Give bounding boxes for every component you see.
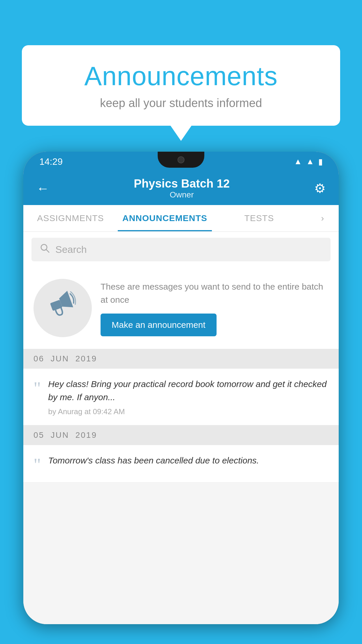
search-container: Search xyxy=(23,232,339,267)
search-icon xyxy=(40,243,50,256)
speech-bubble: Announcements keep all your students inf… xyxy=(22,45,340,126)
tab-more[interactable]: › xyxy=(306,205,339,231)
promo-text: These are messages you want to send to t… xyxy=(101,280,328,306)
promo-icon-circle xyxy=(34,279,92,337)
content-area: Search xyxy=(23,232,339,624)
announcement-promo: These are messages you want to send to t… xyxy=(23,267,339,349)
tab-tests[interactable]: TESTS xyxy=(212,205,306,231)
speech-bubble-container: Announcements keep all your students inf… xyxy=(22,45,340,126)
announcement-item-1[interactable]: " Hey class! Bring your practical record… xyxy=(23,369,339,425)
settings-button[interactable]: ⚙ xyxy=(311,178,328,199)
notch xyxy=(158,152,204,168)
tabs-container: ASSIGNMENTS ANNOUNCEMENTS TESTS › xyxy=(23,205,339,232)
search-bar[interactable]: Search xyxy=(31,238,331,261)
app-bar-title: Physics Batch 12 xyxy=(52,177,311,190)
bubble-title: Announcements xyxy=(39,61,323,91)
app-bar: ← Physics Batch 12 Owner ⚙ xyxy=(23,172,339,205)
announcement-content-1: Hey class! Bring your practical record b… xyxy=(48,377,328,416)
status-icons: ▲ ▲ ▮ xyxy=(294,157,323,167)
date-text-2: 05 JUN 2019 xyxy=(34,430,97,440)
phone-container: 14:29 ▲ ▲ ▮ ← Physics Batch 12 Owner ⚙ A… xyxy=(23,152,339,644)
quote-icon-1: " xyxy=(34,379,41,397)
wifi-icon: ▲ xyxy=(294,157,302,166)
announcement-text-1: Hey class! Bring your practical record b… xyxy=(48,377,328,404)
tab-announcements[interactable]: ANNOUNCEMENTS xyxy=(118,205,212,231)
search-placeholder: Search xyxy=(55,244,87,255)
announcement-text-2: Tomorrow's class has been cancelled due … xyxy=(48,454,328,467)
app-bar-title-container: Physics Batch 12 Owner xyxy=(52,177,311,200)
phone-frame: 14:29 ▲ ▲ ▮ ← Physics Batch 12 Owner ⚙ A… xyxy=(23,152,339,624)
phone-screen: 14:29 ▲ ▲ ▮ ← Physics Batch 12 Owner ⚙ A… xyxy=(23,152,339,624)
make-announcement-button[interactable]: Make an announcement xyxy=(101,314,217,336)
announcement-item-2[interactable]: " Tomorrow's class has been cancelled du… xyxy=(23,445,339,482)
svg-line-1 xyxy=(46,249,49,252)
announcement-meta-1: by Anurag at 09:42 AM xyxy=(48,407,328,416)
back-button[interactable]: ← xyxy=(34,178,52,199)
signal-icon: ▲ xyxy=(306,157,314,166)
quote-icon-2: " xyxy=(34,455,41,473)
announcement-content-2: Tomorrow's class has been cancelled due … xyxy=(48,454,328,470)
front-camera xyxy=(178,156,184,163)
bubble-subtitle: keep all your students informed xyxy=(39,97,323,110)
status-time: 14:29 xyxy=(39,156,63,167)
promo-content: These are messages you want to send to t… xyxy=(101,280,328,336)
date-separator-2: 05 JUN 2019 xyxy=(23,425,339,445)
app-bar-subtitle: Owner xyxy=(52,190,311,200)
battery-icon: ▮ xyxy=(318,157,323,167)
date-separator-1: 06 JUN 2019 xyxy=(23,349,339,369)
megaphone-icon xyxy=(41,285,84,332)
tab-assignments[interactable]: ASSIGNMENTS xyxy=(23,205,118,231)
date-text-1: 06 JUN 2019 xyxy=(34,354,97,363)
